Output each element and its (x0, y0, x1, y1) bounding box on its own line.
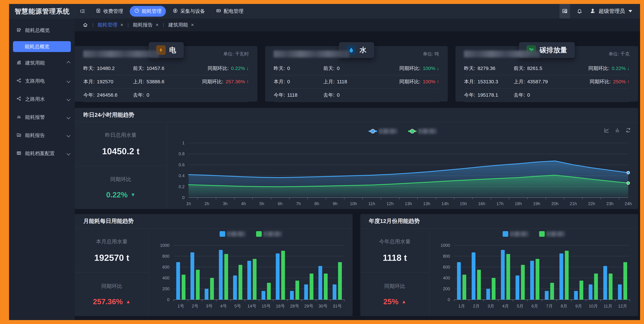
menu-collapse-icon[interactable] (80, 9, 85, 14)
daily-trend-panel: 月能耗每日用能趋势 本月总用水量 192570 t 同期环比 (75, 214, 352, 316)
stat-value: 100% ↑ (423, 79, 439, 84)
app-frame: 智慧能源管理系统 收费管理 能耗管理 采集与设备 配电管理 (9, 4, 640, 320)
stat-value: 192570 (97, 79, 113, 84)
chart-legend (430, 231, 638, 237)
sidebar-item-overview[interactable]: 能耗总概览 (9, 23, 75, 38)
stat-label: 去年: (323, 92, 334, 98)
stat-row: 今年:195178.1去年:0 (464, 89, 630, 102)
stat-cell: 同期环比:250% ↑ (566, 78, 630, 85)
stat-cell: 本月:192570 (83, 78, 133, 85)
bell-icon[interactable] (576, 8, 582, 14)
branch-icon (16, 78, 22, 84)
bar-type-icon[interactable] (614, 127, 620, 133)
stat-cell: 同期环比:257.36% ↑ (185, 78, 249, 85)
stat-cell: 昨天:0 (274, 65, 323, 72)
legend-item-series2[interactable] (408, 129, 437, 134)
stat-value: 8279.36 (478, 66, 495, 71)
bar-legend-marker (256, 231, 262, 237)
stat-row: 本月:0上月:1118同期环比:100% ↑ (274, 75, 439, 89)
svg-text:14h: 14h (442, 201, 448, 206)
user-icon (590, 8, 596, 15)
stat-value: 0 (146, 92, 149, 98)
period-ratio-value: 25%▲ (383, 297, 406, 306)
tab-energy-mgmt[interactable]: 能耗管理× (98, 22, 123, 28)
up-indicator-icon: ▲ (126, 299, 131, 304)
sidebar-item-energy-alarm[interactable]: 能耗报警 (9, 110, 75, 124)
stat-label: 今年: (83, 92, 94, 98)
svg-text:1000: 1000 (160, 243, 170, 248)
tab-energy-report[interactable]: 能耗报告× (133, 22, 158, 28)
sidebar-item-overview-child[interactable]: 能耗总概览 (13, 41, 71, 52)
stat-label: 今年: (274, 92, 285, 98)
tab-separator: | (92, 22, 93, 28)
svg-text:17h: 17h (496, 201, 504, 206)
stat-value: 0 (337, 92, 340, 98)
line-type-icon[interactable] (604, 127, 610, 133)
stat-cell: 前天:10457.6 (133, 65, 185, 72)
navbar-right: 超级管理员 (560, 4, 640, 19)
period-ratio-value: 0.22%▼ (106, 190, 136, 199)
stat-label: 前天: (133, 65, 144, 72)
redacted-legend-label (547, 231, 565, 237)
menu-item-energy[interactable]: 能耗管理 (130, 6, 166, 17)
daily-side-stats: 本月总用水量 192570 t 同期环比 257.36%▲ (75, 229, 149, 316)
svg-text:0.2: 0.2 (179, 184, 184, 189)
sidebar-item-archive-config[interactable]: 能耗档案配置 (9, 146, 75, 161)
svg-text:24h: 24h (624, 201, 632, 206)
close-icon[interactable]: × (156, 22, 158, 27)
stat-cell: 上月:43587.79 (514, 78, 566, 85)
svg-text:0.8: 0.8 (179, 151, 184, 156)
stat-label: 前天: (514, 65, 525, 72)
archive-doc-icon (16, 150, 22, 157)
svg-text:22h: 22h (588, 201, 595, 206)
svg-text:5h: 5h (260, 201, 264, 206)
close-icon[interactable]: × (191, 22, 194, 27)
sidebar-item-energy-report[interactable]: 能耗报告 (9, 128, 75, 142)
stat-value: 250% ↑ (613, 79, 630, 84)
stat-cell: 去年:0 (323, 92, 375, 98)
stat-label: 昨天: (83, 65, 94, 72)
menu-item-distribution[interactable]: 配电管理 (212, 6, 248, 17)
legend-item-series1[interactable] (220, 231, 246, 237)
hourly-chart-svg: 00.20.40.60.811h2h3h4h5h6h7h8h9h10h11h12… (167, 122, 638, 209)
sidebar: 能耗总概览 能耗总概览 建筑用能 支路用电 之路用水 (9, 19, 75, 320)
stat-rows: 昨天:10480.2前天:10457.6同期环比:0.22% ↓本月:19257… (83, 62, 249, 102)
stat-cell: 同期环比:100% ↑ (376, 78, 439, 85)
tab-separator: | (163, 22, 164, 28)
user-menu[interactable]: 超级管理员 (590, 8, 632, 15)
stat-cell: 去年:0 (514, 92, 566, 98)
legend-item-series2[interactable] (256, 231, 282, 237)
bar-legend-marker (220, 231, 225, 237)
stat-value: 1118 (337, 79, 347, 84)
legend-item-series1[interactable] (503, 231, 528, 237)
redacted-legend-label (227, 231, 246, 237)
navbar: 智慧能源管理系统 收费管理 能耗管理 采集与设备 配电管理 (9, 4, 640, 19)
chevron-up-icon (66, 61, 70, 65)
stat-value: 1118 (287, 92, 297, 98)
close-icon[interactable]: × (120, 22, 123, 27)
tab-building-energy[interactable]: 建筑用能× (168, 22, 194, 28)
svg-text:1: 1 (182, 140, 184, 145)
menu-item-devices[interactable]: 采集与设备 (168, 6, 209, 17)
stat-value: 153130.3 (478, 79, 498, 84)
svg-text:15号: 15号 (262, 303, 271, 308)
legend-item-series2[interactable] (539, 231, 565, 237)
svg-text:200: 200 (162, 286, 170, 291)
home-icon[interactable] (83, 22, 88, 28)
stat-value: 0.22% ↓ (231, 66, 249, 71)
redacted-legend-label (418, 129, 437, 134)
app-title: 智慧能源管理系统 (15, 7, 70, 16)
svg-text:3号: 3号 (206, 303, 212, 308)
stat-value: 0 (337, 66, 340, 71)
stat-cell: 上月:53886.6 (133, 78, 185, 85)
sidebar-item-branch-water[interactable]: 之路用水 (9, 92, 75, 106)
sidebar-item-branch-electricity[interactable]: 支路用电 (9, 74, 75, 88)
refresh-icon[interactable] (625, 127, 631, 133)
svg-text:800: 800 (162, 254, 170, 259)
sidebar-item-building-energy[interactable]: 建筑用能 (9, 56, 75, 70)
menu-item-fees[interactable]: 收费管理 (91, 6, 128, 17)
stat-value: 10457.6 (146, 66, 164, 71)
redacted-card-title (83, 51, 159, 57)
legend-item-series1[interactable] (368, 129, 398, 134)
chart-search-icon[interactable] (560, 4, 570, 19)
